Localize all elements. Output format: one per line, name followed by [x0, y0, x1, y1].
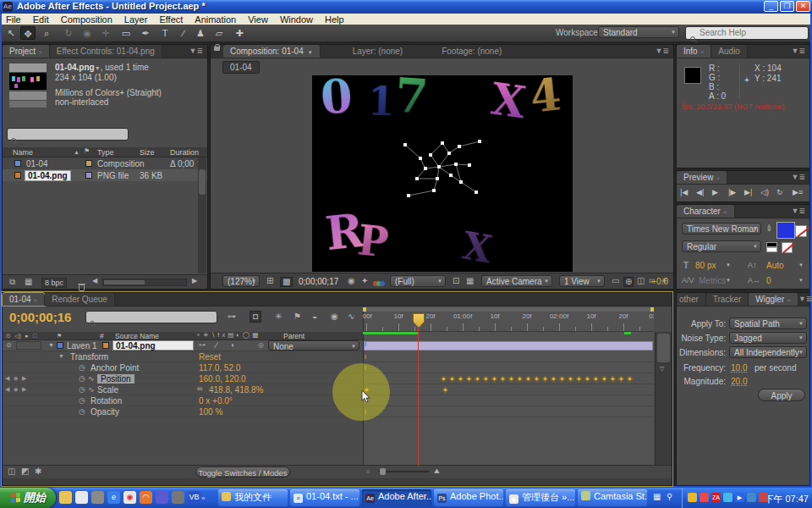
next-keyframe-icon[interactable]: ▶: [22, 375, 26, 382]
keyframe-diamond[interactable]: [618, 376, 624, 382]
chevron-more-icon[interactable]: »: [201, 494, 205, 502]
twirl-icon[interactable]: ▼: [58, 353, 64, 359]
show-channel-icon[interactable]: [373, 280, 385, 289]
scroll-left-icon[interactable]: ◀: [92, 278, 97, 284]
tab-layer[interactable]: Layer: (none): [346, 45, 409, 58]
restore-button[interactable]: ❐: [780, 1, 794, 12]
close-button[interactable]: ✕: [796, 1, 810, 12]
snapshot-icon[interactable]: ◉: [348, 277, 355, 285]
play-button[interactable]: ▶: [712, 188, 718, 196]
firefox-quicklaunch-icon[interactable]: ◠: [140, 491, 152, 504]
fill-color-swatch[interactable]: [776, 222, 795, 239]
zonealarm-tray-icon[interactable]: ZA: [711, 493, 721, 502]
label-chip[interactable]: [85, 172, 92, 179]
next-keyframe-icon[interactable]: ▶: [22, 386, 26, 393]
draft-3d-icon[interactable]: ◘: [250, 311, 261, 323]
prev-frame-button[interactable]: ◀|: [696, 188, 704, 196]
panel-menu-icon[interactable]: ▼≣: [189, 45, 207, 58]
utility-tray-icon[interactable]: [723, 493, 732, 502]
no-fill-swatch[interactable]: [782, 242, 793, 253]
keyframe-diamond[interactable]: [458, 376, 464, 382]
tab-project[interactable]: Project×: [3, 45, 50, 58]
trash-icon[interactable]: [79, 284, 85, 291]
keyframe-diamond[interactable]: [483, 376, 489, 382]
tab-wiggler[interactable]: Wiggler×: [749, 293, 798, 306]
col-type[interactable]: Type: [97, 148, 114, 157]
keyframe-diamond[interactable]: [517, 376, 523, 382]
property-value[interactable]: 100 %: [199, 407, 222, 417]
keyframe-diamond[interactable]: [576, 376, 582, 382]
region-of-interest-icon[interactable]: ⊡: [453, 277, 459, 285]
prev-keyframe-icon[interactable]: ◀: [5, 386, 9, 393]
start-button[interactable]: 開始: [0, 488, 56, 508]
property-value[interactable]: 0 x +0.0°: [199, 396, 233, 406]
eraser-tool-icon[interactable]: ▱: [211, 26, 227, 40]
eye-icon[interactable]: ⊙: [6, 342, 12, 349]
keyframe-diamond[interactable]: [525, 376, 531, 382]
tab-effect-controls[interactable]: Effect Controls: 01-04.png: [50, 45, 162, 58]
tab-footage[interactable]: Footage: (none): [435, 45, 508, 58]
task-ae[interactable]: AeAdobe After...: [362, 489, 431, 506]
input-method-tray-icon[interactable]: [688, 493, 697, 502]
magnitude-value[interactable]: 20.0: [731, 377, 747, 386]
title-bar[interactable]: Ae Adobe After Effects - Untitled Projec…: [0, 0, 812, 14]
audio-button[interactable]: ◁): [760, 188, 769, 196]
project-search-box[interactable]: [7, 128, 129, 141]
eyedropper-icon[interactable]: ✐: [765, 223, 776, 234]
clock[interactable]: 下午 07:47: [764, 493, 809, 505]
chevron-down-icon[interactable]: ▼: [798, 262, 804, 268]
property-name[interactable]: Transform: [70, 352, 108, 362]
comp-timecode[interactable]: 0;00;00;17: [299, 277, 338, 286]
keyframe-toggle-icon[interactable]: ◆: [14, 386, 18, 393]
panel-menu-icon[interactable]: ▼≣: [792, 171, 809, 184]
help-search-box[interactable]: [685, 26, 809, 40]
composition-canvas[interactable]: 017X4RPX: [312, 75, 573, 272]
apply-button[interactable]: Apply: [758, 389, 805, 401]
property-name[interactable]: Rotation: [91, 396, 122, 406]
expand-in-out-icon[interactable]: ◫: [8, 467, 15, 476]
property-row-anchor-point[interactable]: ◷Anchor Point117.0, 52.0I: [3, 362, 654, 373]
stopwatch-icon[interactable]: ◷: [79, 363, 85, 372]
zoom-out-mountain-icon[interactable]: ⌂: [366, 468, 370, 474]
cti-line[interactable]: [418, 327, 419, 466]
property-value[interactable]: 117.0, 52.0: [199, 363, 240, 373]
keyframe-diamond[interactable]: [610, 376, 616, 382]
property-row-scale[interactable]: ◀◆▶◷∿Scale∞418.8, 418.8%: [3, 384, 654, 395]
property-name[interactable]: Scale: [97, 385, 118, 395]
new-composition-icon[interactable]: ▦: [25, 278, 32, 286]
tab-smoother[interactable]: other: [677, 293, 706, 306]
footer-scrollbar[interactable]: [102, 279, 187, 286]
property-name[interactable]: Position: [97, 374, 134, 384]
motion-blur-icon[interactable]: ◒: [312, 312, 317, 321]
keyframe-diamond[interactable]: [568, 376, 573, 382]
current-timecode[interactable]: 0;00;00;16: [9, 310, 71, 324]
property-value[interactable]: Reset: [199, 352, 221, 362]
expand-keys-icon[interactable]: ✱: [35, 467, 41, 476]
tab-info[interactable]: Info×: [677, 45, 711, 58]
alert-tray-icon[interactable]: [759, 493, 768, 502]
menu-file[interactable]: File: [0, 14, 27, 25]
keyframe-diamond[interactable]: [627, 376, 633, 382]
tab-render-queue[interactable]: Render Queue: [45, 293, 115, 306]
brush-tool-icon[interactable]: ∕: [176, 26, 191, 40]
panel-menu-icon[interactable]: ▼≣: [656, 45, 673, 58]
clone-stamp-tool-icon[interactable]: ♟: [193, 26, 208, 40]
quality-slash-icon[interactable]: ∕: [216, 341, 217, 350]
keyframe-diamond[interactable]: [466, 376, 472, 382]
stopwatch-icon[interactable]: ◷: [79, 407, 85, 416]
wrench-icon[interactable]: ⚲: [667, 493, 672, 501]
keyboard-icon[interactable]: ▦: [653, 493, 661, 501]
marker-well-icon[interactable]: ▽: [660, 366, 664, 372]
keyframe-diamond[interactable]: [534, 376, 540, 382]
property-row-position[interactable]: ◀◆▶◷∿Position160.0, 120.0: [3, 373, 654, 384]
keyframe-toggle-icon[interactable]: ◆: [14, 375, 18, 382]
keyframe-diamond[interactable]: [508, 376, 514, 382]
media-quicklaunch-icon[interactable]: [156, 491, 168, 504]
mask-rect-tool-icon[interactable]: ▭: [118, 26, 134, 40]
layer-duration-bar[interactable]: [364, 341, 653, 351]
col-parent[interactable]: Parent: [283, 332, 304, 340]
task-chrome[interactable]: ◉管理後台 »...: [506, 489, 575, 506]
ie-quicklaunch-icon[interactable]: e: [107, 491, 120, 504]
menu-view[interactable]: View: [242, 14, 274, 25]
magnification-dropdown[interactable]: (127%): [222, 275, 260, 287]
